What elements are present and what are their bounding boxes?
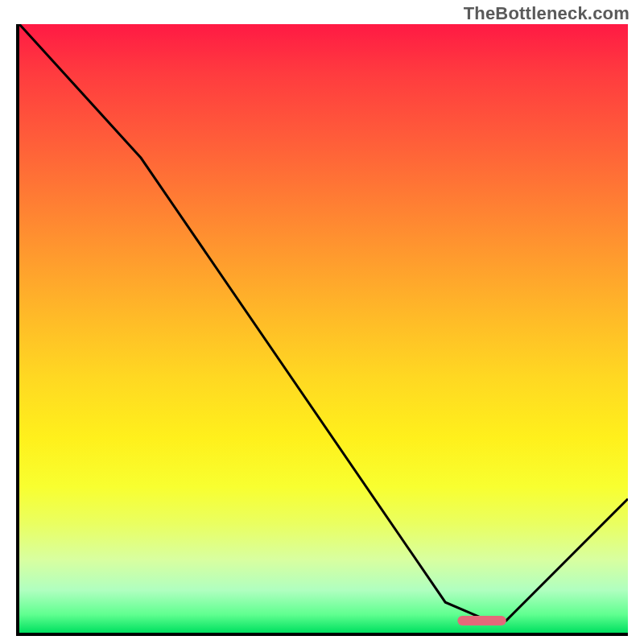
chart-svg bbox=[19, 24, 628, 633]
bottleneck-curve-line bbox=[19, 24, 628, 621]
watermark-text: TheBottleneck.com bbox=[464, 3, 630, 24]
chart-plot-area bbox=[16, 24, 628, 636]
optimal-range-marker bbox=[457, 616, 506, 625]
